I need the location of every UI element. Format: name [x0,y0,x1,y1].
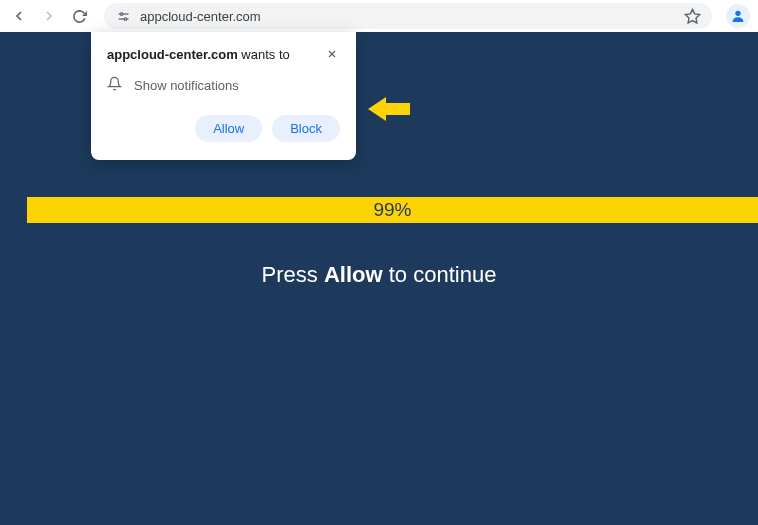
allow-button[interactable]: Allow [195,115,262,142]
svg-point-5 [735,11,740,16]
arrow-indicator-icon [368,94,410,128]
url-text: appcloud-center.com [140,9,674,24]
site-settings-icon[interactable] [114,7,132,25]
notification-permission-popup: appcloud-center.com wants to Show notifi… [91,32,356,160]
popup-header: appcloud-center.com wants to [107,46,340,62]
svg-marker-4 [685,9,699,22]
back-button[interactable] [8,5,30,27]
forward-button[interactable] [38,5,60,27]
popup-title: appcloud-center.com wants to [107,47,290,62]
page-content: appcloud-center.com wants to Show notifi… [0,32,758,525]
browser-toolbar: appcloud-center.com [0,0,758,32]
url-bar[interactable]: appcloud-center.com [104,3,712,29]
instruction-suffix: to continue [383,262,497,287]
profile-button[interactable] [726,4,750,28]
permission-label: Show notifications [134,78,239,93]
svg-point-2 [120,12,123,15]
instruction-text: Press Allow to continue [0,262,758,288]
instruction-prefix: Press [262,262,324,287]
close-button[interactable] [324,46,340,62]
svg-marker-8 [368,97,410,121]
close-icon [326,48,338,60]
progress-value: 99% [373,199,411,221]
instruction-bold: Allow [324,262,383,287]
reload-button[interactable] [68,5,90,27]
bookmark-star-icon[interactable] [682,6,702,26]
permission-row: Show notifications [107,76,340,95]
svg-point-3 [124,17,127,20]
popup-button-row: Allow Block [107,115,340,142]
block-button[interactable]: Block [272,115,340,142]
popup-domain: appcloud-center.com [107,47,238,62]
bell-icon [107,76,122,95]
popup-wants-to: wants to [238,47,290,62]
progress-bar: 99% [27,197,758,223]
